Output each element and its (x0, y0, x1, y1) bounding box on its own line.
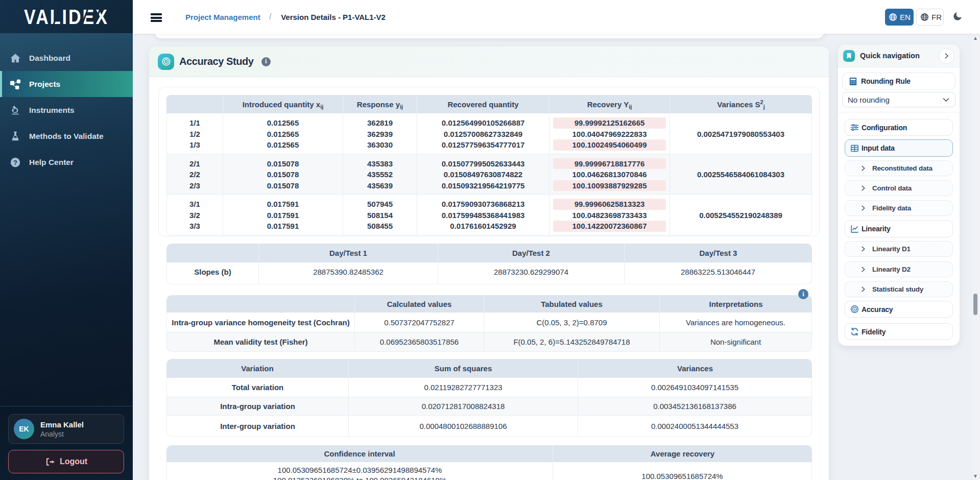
svg-text:?: ? (13, 158, 17, 166)
